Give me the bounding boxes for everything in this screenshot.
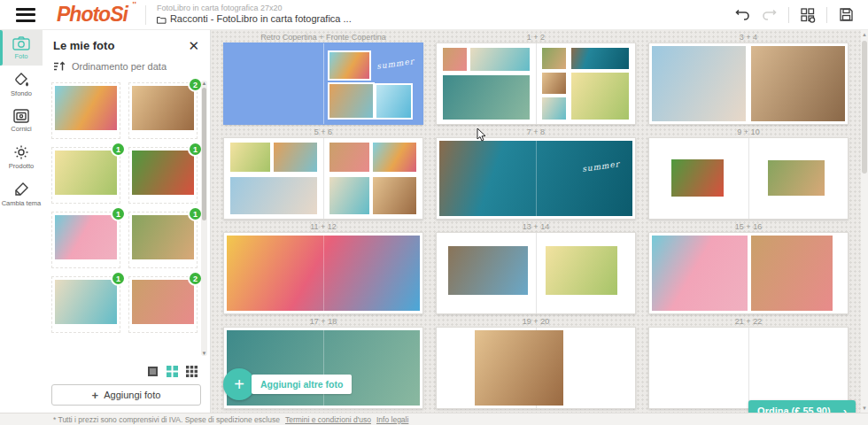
- add-more-plus-icon[interactable]: +: [223, 368, 255, 400]
- spread-7-8[interactable]: summer: [436, 137, 636, 220]
- sidebar-item-foto[interactable]: Foto: [0, 30, 43, 66]
- sidebar-item-label: Foto: [14, 52, 27, 60]
- spread-label: 9 + 10: [648, 127, 849, 137]
- spread-photo: [443, 75, 531, 119]
- sidebar-item-label: Cornici: [11, 125, 31, 133]
- spread-3-4[interactable]: [648, 42, 849, 125]
- footer-text: * Tutti i prezzi sono comprensivi di IVA…: [53, 415, 280, 424]
- spread-photo: [768, 160, 825, 196]
- thumbnail-grid: 2 1 1 1 1 1 2 ▲ ▼: [43, 79, 210, 361]
- photo-thumbnail[interactable]: 2: [128, 82, 198, 139]
- sidebar-item-prodotto[interactable]: Prodotto: [0, 138, 43, 175]
- folder-icon: [157, 16, 167, 24]
- spread-19-20[interactable]: [436, 327, 636, 409]
- brush-icon: [13, 182, 29, 197]
- photo-thumbnail[interactable]: 2: [128, 276, 198, 333]
- redo-icon[interactable]: [760, 5, 779, 25]
- spread-photo: [329, 143, 369, 172]
- spread-photo: [571, 48, 629, 69]
- thumbnail-image: [55, 86, 117, 130]
- spread-13-14[interactable]: [436, 232, 636, 314]
- thumbnail-image: [132, 215, 194, 259]
- photos-panel: Le mie foto ✕ Ordinamento per data 2 1 1…: [43, 30, 211, 413]
- plus-icon: +: [92, 389, 99, 402]
- spread-21-22[interactable]: [648, 327, 849, 409]
- scroll-down-icon[interactable]: ▼: [861, 406, 868, 411]
- spread-1-2[interactable]: [436, 42, 636, 125]
- photo-thumbnail[interactable]: 1: [128, 212, 198, 268]
- spread-photo: [542, 97, 566, 120]
- thumbnail-image: [55, 280, 117, 324]
- photo-thumbnail[interactable]: 1: [51, 276, 120, 333]
- photo-thumbnail[interactable]: [51, 82, 120, 139]
- usage-badge: 1: [111, 206, 126, 221]
- add-more-photos: + Aggiungi altre foto: [223, 368, 352, 400]
- terms-link[interactable]: Termini e condizioni d'uso: [285, 415, 371, 424]
- save-icon[interactable]: [836, 5, 856, 25]
- panel-scrollbar[interactable]: ▲ ▼: [201, 81, 207, 356]
- spread-photo: [230, 143, 270, 172]
- spread-photo: [230, 177, 318, 214]
- thumbnail-image: [132, 86, 194, 130]
- project-name: Racconti - FotoLibro in carta fotografic…: [170, 13, 352, 26]
- spread-15-16[interactable]: [648, 232, 849, 314]
- paint-icon: [13, 72, 29, 88]
- spread-label: 19 + 20: [436, 316, 636, 327]
- gear-icon: [13, 144, 29, 160]
- frame-icon: [13, 109, 29, 123]
- scroll-up-icon[interactable]: ▲: [201, 81, 207, 86]
- scroll-down-icon[interactable]: ▼: [201, 351, 207, 356]
- spread-photo: [329, 177, 369, 214]
- sidebar-item-cornici[interactable]: Cornici: [0, 103, 43, 138]
- view-toggles: [43, 361, 210, 381]
- spread-photo: [274, 143, 317, 172]
- spread-label: 5 + 6: [223, 127, 423, 137]
- spread-photo: [571, 73, 629, 120]
- usage-badge: 1: [111, 271, 126, 286]
- spread-photo: [443, 48, 467, 70]
- spread-label: 11 + 12: [223, 221, 423, 232]
- legal-link[interactable]: Info legali: [376, 415, 408, 424]
- footer: * Tutti i prezzi sono comprensivi di IVA…: [0, 413, 868, 425]
- sidebar-item-sfondo[interactable]: Sfondo: [0, 66, 43, 103]
- spread-photo: [373, 177, 416, 214]
- canvas-scrollbar[interactable]: ▲ ▼: [861, 30, 868, 413]
- spread-label: 13 + 14: [436, 221, 636, 232]
- sidebar-item-cambia-tema[interactable]: Cambia tema: [0, 175, 43, 212]
- sidebar-item-label: Cambia tema: [2, 199, 42, 207]
- spread-photo: [542, 48, 566, 69]
- spread-label: Retro Copertina + Fronte Copertina: [223, 32, 423, 42]
- view-single-icon[interactable]: [147, 366, 159, 377]
- spread-5-6[interactable]: [223, 137, 423, 220]
- add-photo-button[interactable]: + Aggiungi foto: [51, 384, 201, 406]
- photo-thumbnail[interactable]: 1: [51, 147, 120, 204]
- spread-photo: [751, 236, 833, 311]
- thumbnail-image: [55, 215, 117, 259]
- spread-9-10[interactable]: [648, 137, 849, 220]
- topbar: PhotoSi'' FotoLibro in carta fotografica…: [0, 0, 868, 30]
- product-name: FotoLibro in carta fotografica 27x20: [157, 4, 352, 13]
- spread-11-12[interactable]: [223, 232, 423, 314]
- photo-thumbnail[interactable]: 1: [128, 147, 198, 204]
- spread-cover[interactable]: summer: [223, 42, 423, 125]
- thumbnail-image: [55, 151, 117, 195]
- spread-label: 1 + 2: [436, 32, 636, 42]
- layouts-icon[interactable]: [798, 5, 818, 25]
- divider: [826, 7, 827, 23]
- close-icon[interactable]: ✕: [188, 39, 199, 52]
- add-more-label[interactable]: Aggiungi altre foto: [252, 375, 352, 394]
- photo-thumbnail[interactable]: 1: [51, 212, 120, 268]
- spread-photo: [542, 73, 566, 95]
- undo-icon[interactable]: [732, 5, 751, 25]
- view-grid-3-icon[interactable]: [186, 366, 198, 377]
- view-grid-2-icon[interactable]: [167, 366, 178, 377]
- spread-photo: [470, 48, 530, 70]
- sort-selector[interactable]: Ordinamento per data: [43, 56, 210, 79]
- spread-photo: [652, 46, 745, 121]
- scroll-up-icon[interactable]: ▲: [861, 32, 868, 37]
- menu-icon[interactable]: [16, 8, 35, 22]
- logo-sparkles-icon: '': [133, 0, 136, 9]
- spread-photo: [475, 330, 564, 406]
- spread-label: 17 + 18: [223, 316, 423, 327]
- divider: [788, 7, 789, 23]
